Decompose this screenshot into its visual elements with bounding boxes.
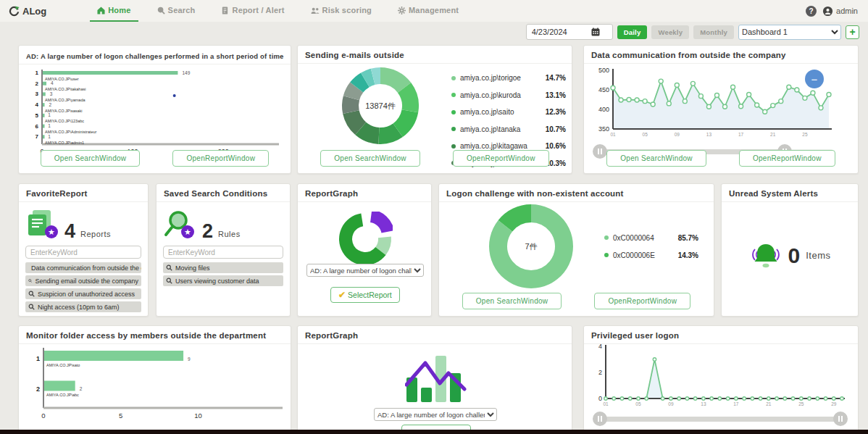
svg-text:4: 4 xyxy=(36,101,39,108)
svg-text:2: 2 xyxy=(80,386,83,391)
svg-text:10: 10 xyxy=(194,412,202,420)
open-reportwindow-button[interactable]: OpenReportWindow xyxy=(594,293,690,309)
legend-value: 85.7% xyxy=(678,234,698,242)
select-report-button[interactable]: ✔ SelectReport xyxy=(330,287,400,303)
main-nav: Home Search Report / Alert Risk scoring … xyxy=(84,0,472,22)
svg-text:2: 2 xyxy=(36,385,40,393)
svg-text:13: 13 xyxy=(701,401,706,406)
svg-text:5: 5 xyxy=(119,412,122,420)
saved-unit: Rules xyxy=(218,230,241,240)
svg-text:450: 450 xyxy=(598,86,609,93)
weekly-button[interactable]: Weekly xyxy=(651,25,689,39)
report-list-item[interactable]: Sending email outside the company xyxy=(25,275,141,286)
calendar-icon[interactable] xyxy=(591,28,600,36)
report-list-item[interactable]: Suspicion of unauthorized access xyxy=(25,288,141,299)
emails-donut-chart: 13874件 xyxy=(340,65,421,146)
gear-icon xyxy=(398,7,406,14)
top-navbar: ALog Home Search Report / Alert Risk sco… xyxy=(0,0,868,22)
svg-text:13: 13 xyxy=(706,132,712,137)
user-menu[interactable]: admin xyxy=(822,6,858,17)
alerts-count: 0 xyxy=(788,246,801,265)
svg-text:05: 05 xyxy=(635,401,641,406)
open-reportwindow-button[interactable]: OpenReportWindow xyxy=(453,150,549,167)
slider-handle-right[interactable] xyxy=(833,412,848,426)
data-comm-line-chart: 35040045050001050913172125 xyxy=(591,64,839,141)
card-title: ReportGraph xyxy=(298,326,572,344)
svg-text:2: 2 xyxy=(36,80,39,87)
svg-text:2: 2 xyxy=(598,369,602,376)
tab-search[interactable]: Search xyxy=(150,0,203,22)
svg-text:5: 5 xyxy=(36,112,39,119)
svg-text:500: 500 xyxy=(598,67,609,74)
card-title: FavoriteReport xyxy=(19,184,148,202)
report-list-item[interactable]: Data communication from outside the comp… xyxy=(25,262,141,273)
report-select[interactable]: AD: A large number of logon challenges p… xyxy=(374,408,497,421)
saved-keyword-input[interactable] xyxy=(163,246,283,259)
svg-text:21: 21 xyxy=(770,132,776,137)
help-icon[interactable]: ? xyxy=(806,6,817,17)
report-select[interactable]: AD: A large number of logon challenges p… xyxy=(306,264,424,277)
monthly-button[interactable]: Monthly xyxy=(693,25,734,39)
legend-item: amiya.co.jp\torigoe14.7% xyxy=(451,70,566,87)
report-list-label: Moving files xyxy=(175,264,210,272)
slider-handle-left[interactable] xyxy=(593,412,607,426)
open-searchwindow-button[interactable]: Open SearchWindow xyxy=(462,293,562,309)
tab-risk-label: Risk scoring xyxy=(322,6,372,14)
svg-text:09: 09 xyxy=(668,401,674,406)
report-list-label: Data communication from outside the comp… xyxy=(31,264,141,272)
folder-bar-chart: 19AMIYA.CO.JP\sato22AMIYA.CO.JP\abc0510 xyxy=(25,346,285,427)
tab-home[interactable]: Home xyxy=(90,0,138,22)
open-searchwindow-button[interactable]: Open SearchWindow xyxy=(320,150,420,167)
daily-button[interactable]: Daily xyxy=(617,25,648,39)
legend-value: 14.7% xyxy=(546,74,566,82)
bar-line-chart-icon xyxy=(405,351,469,404)
privileged-line-chart: 0240105091317212529 xyxy=(590,342,851,409)
legend-dot xyxy=(451,110,456,114)
dashboard-select[interactable]: Dashboard 1 xyxy=(738,25,841,40)
card-title: Saved Search Conditions xyxy=(157,184,290,202)
svg-text:17: 17 xyxy=(733,401,739,406)
svg-text:3: 3 xyxy=(50,91,53,96)
report-list-item[interactable]: Users viewing customer data xyxy=(163,275,283,286)
favorite-keyword-input[interactable] xyxy=(25,246,141,259)
slider-range[interactable] xyxy=(600,417,840,422)
card-title: Unread System Alerts xyxy=(722,184,858,202)
alert-bell-icon xyxy=(749,242,783,270)
svg-text:4: 4 xyxy=(598,343,602,350)
svg-text:01: 01 xyxy=(610,132,616,137)
date-input[interactable] xyxy=(530,27,591,37)
saved-count: 2 xyxy=(202,223,213,240)
people-icon xyxy=(311,7,320,14)
tab-risk-scoring[interactable]: Risk scoring xyxy=(304,0,379,22)
search-icon xyxy=(28,304,35,310)
alog-logo[interactable]: ALog xyxy=(9,6,46,17)
open-reportwindow-button[interactable]: OpenReportWindow xyxy=(739,150,835,167)
legend-dot xyxy=(451,144,456,149)
saved-search-list: Moving filesUsers viewing customer data xyxy=(157,262,290,286)
legend-dot xyxy=(604,235,609,240)
svg-text:0: 0 xyxy=(598,395,602,402)
legend-dot xyxy=(451,127,456,131)
report-list-label: Night access (10pm to 6am) xyxy=(38,304,120,311)
tab-management[interactable]: Management xyxy=(391,0,466,22)
open-reportwindow-button[interactable]: OpenReportWindow xyxy=(172,150,269,167)
user-icon xyxy=(822,6,833,17)
svg-text:3: 3 xyxy=(36,91,39,97)
legend-item: amiya.co.jp\tanaka10.7% xyxy=(451,121,566,138)
svg-text:25: 25 xyxy=(798,401,804,406)
svg-text:6: 6 xyxy=(36,123,39,130)
date-picker[interactable] xyxy=(526,24,613,40)
card-title: Monitor folder access by members outside… xyxy=(19,326,291,344)
open-searchwindow-button[interactable]: Open SearchWindow xyxy=(41,150,141,167)
tab-report-alert[interactable]: Report / Alert xyxy=(214,0,291,22)
alerts-unit: Items xyxy=(806,250,830,262)
report-list-item[interactable]: Night access (10pm to 6am) xyxy=(25,301,141,312)
ad-logon-bar-chart: 1149AMIYA.CO.JP\user24AMIYA.CO.JP\takaha… xyxy=(25,67,282,160)
svg-text:9: 9 xyxy=(188,356,191,362)
collapse-button[interactable]: − xyxy=(805,70,824,88)
legend-item: 0xC000006485.7% xyxy=(604,229,698,246)
legend-value: 14.3% xyxy=(678,251,698,259)
add-dashboard-button[interactable]: + xyxy=(846,25,859,39)
report-list-item[interactable]: Moving files xyxy=(163,262,283,273)
open-searchwindow-button[interactable]: Open SearchWindow xyxy=(606,150,706,167)
